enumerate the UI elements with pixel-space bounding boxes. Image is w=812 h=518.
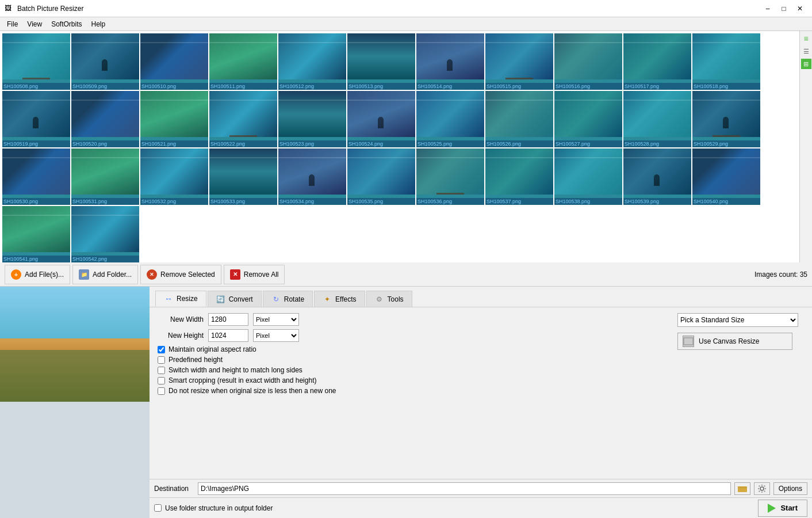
image-thumb-4[interactable]: SH100512.png	[278, 33, 346, 90]
resize-tab-icon: ↔	[164, 294, 173, 303]
add-folder-button[interactable]: 📁 Add Folder...	[72, 265, 138, 284]
effects-tab-icon: ✦	[323, 295, 332, 304]
thumb-label-20: SH100528.png	[623, 140, 691, 147]
image-thumb-20[interactable]: SH100528.png	[623, 91, 691, 147]
image-thumb-3[interactable]: SH100511.png	[209, 33, 277, 90]
thumb-label-2: SH100510.png	[140, 83, 208, 90]
thumb-label-13: SH100521.png	[140, 140, 208, 147]
image-thumb-24[interactable]: SH100532.png	[140, 148, 208, 205]
maintain-aspect-label: Maintain original aspect ratio	[168, 345, 256, 353]
image-thumb-21[interactable]: SH100529.png	[692, 91, 760, 147]
image-thumb-34[interactable]: SH100542.png	[71, 206, 139, 262]
minimize-button[interactable]: –	[760, 3, 775, 14]
view-grid-icon[interactable]: ⊞	[801, 59, 811, 69]
tab-convert[interactable]: 🔄 Convert	[208, 291, 262, 307]
thumb-label-18: SH100526.png	[485, 140, 553, 147]
tab-resize[interactable]: ↔ Resize	[155, 291, 206, 307]
thumb-label-11: SH100519.png	[2, 140, 70, 147]
width-unit-select[interactable]: Pixel Percent cm inch	[253, 313, 299, 326]
standard-size-select[interactable]: Pick a Standard Size	[677, 313, 798, 327]
image-thumb-14[interactable]: SH100522.png	[209, 91, 277, 147]
image-thumb-8[interactable]: SH100516.png	[554, 33, 622, 90]
tab-tools[interactable]: ⚙ Tools	[366, 291, 412, 307]
smart-crop-checkbox[interactable]	[158, 377, 165, 384]
start-button[interactable]: Start	[758, 500, 807, 517]
height-unit-select[interactable]: Pixel Percent cm inch	[253, 329, 299, 342]
remove-selected-label: Remove Selected	[160, 271, 215, 279]
no-resize-smaller-row: Do not resize when original size is less…	[158, 387, 666, 395]
image-thumb-31[interactable]: SH100539.png	[623, 148, 691, 205]
image-thumb-12[interactable]: SH100520.png	[71, 91, 139, 147]
add-files-button[interactable]: + Add File(s)...	[5, 265, 70, 284]
image-thumb-0[interactable]: SH100508.png	[2, 33, 70, 90]
predefined-height-checkbox[interactable]	[158, 356, 165, 364]
no-resize-smaller-checkbox[interactable]	[158, 387, 165, 395]
image-thumb-32[interactable]: SH100540.png	[692, 148, 760, 205]
image-thumb-7[interactable]: SH100515.png	[485, 33, 553, 90]
thumb-label-17: SH100525.png	[416, 140, 484, 147]
image-thumb-1[interactable]: SH100509.png	[71, 33, 139, 90]
maintain-aspect-checkbox[interactable]	[158, 346, 165, 353]
settings-button[interactable]	[754, 482, 770, 495]
thumb-label-16: SH100524.png	[347, 140, 415, 147]
image-thumb-11[interactable]: SH100519.png	[2, 91, 70, 147]
image-thumb-27[interactable]: SH100535.png	[347, 148, 415, 205]
resize-options: New Width Pixel Percent cm inch New Heig…	[150, 307, 812, 403]
destination-input[interactable]	[198, 482, 731, 495]
view-icon1[interactable]: ≡	[801, 33, 811, 44]
thumb-label-19: SH100527.png	[554, 140, 622, 147]
width-input[interactable]	[208, 313, 248, 326]
view-list-icon[interactable]: ☰	[801, 46, 811, 56]
remove-all-button[interactable]: ✕ Remove All	[224, 265, 285, 284]
thumb-label-26: SH100534.png	[278, 198, 346, 205]
menu-view[interactable]: View	[22, 19, 47, 29]
image-thumb-28[interactable]: SH100536.png	[416, 148, 484, 205]
image-thumb-22[interactable]: SH100530.png	[2, 148, 70, 205]
image-thumb-23[interactable]: SH100531.png	[71, 148, 139, 205]
image-thumb-29[interactable]: SH100537.png	[485, 148, 553, 205]
destination-folder-button[interactable]	[734, 482, 750, 495]
close-button[interactable]: ✕	[792, 3, 807, 14]
image-thumb-26[interactable]: SH100534.png	[278, 148, 346, 205]
thumb-label-14: SH100522.png	[209, 140, 277, 147]
remove-selected-button[interactable]: ✕ Remove Selected	[140, 265, 221, 284]
maximize-button[interactable]: □	[776, 3, 791, 14]
image-thumb-10[interactable]: SH100518.png	[692, 33, 760, 90]
switch-wh-checkbox[interactable]	[158, 367, 165, 374]
menu-file[interactable]: File	[2, 19, 22, 29]
image-thumb-25[interactable]: SH100533.png	[209, 148, 277, 205]
image-thumb-18[interactable]: SH100526.png	[485, 91, 553, 147]
canvas-resize-button[interactable]: Use Canvas Resize	[677, 333, 792, 350]
image-thumb-33[interactable]: SH100541.png	[2, 206, 70, 262]
image-thumb-5[interactable]: SH100513.png	[347, 33, 415, 90]
tab-effects[interactable]: ✦ Effects	[314, 291, 365, 307]
thumb-label-8: SH100516.png	[554, 83, 622, 90]
image-thumb-19[interactable]: SH100527.png	[554, 91, 622, 147]
image-thumb-30[interactable]: SH100538.png	[554, 148, 622, 205]
right-panel: ↔ Resize 🔄 Convert ↻ Rotate ✦ Effects ⚙	[150, 287, 812, 518]
thumb-label-7: SH100515.png	[485, 83, 553, 90]
add-files-label: Add File(s)...	[25, 271, 64, 279]
image-thumb-16[interactable]: SH100524.png	[347, 91, 415, 147]
settings-icon	[758, 485, 766, 493]
svg-point-10	[764, 490, 765, 492]
thumb-label-3: SH100511.png	[209, 83, 277, 90]
height-input[interactable]	[208, 329, 248, 342]
options-button[interactable]: Options	[773, 482, 807, 495]
image-thumb-6[interactable]: SH100514.png	[416, 33, 484, 90]
thumb-label-30: SH100538.png	[554, 198, 622, 205]
menu-help[interactable]: Help	[87, 19, 110, 29]
image-thumb-9[interactable]: SH100517.png	[623, 33, 691, 90]
image-thumb-13[interactable]: SH100521.png	[140, 91, 208, 147]
image-grid-container[interactable]: SH100508.pngSH100509.pngSH100510.pngSH10…	[0, 31, 812, 262]
image-thumb-2[interactable]: SH100510.png	[140, 33, 208, 90]
image-thumb-17[interactable]: SH100525.png	[416, 91, 484, 147]
folder-structure-checkbox[interactable]	[154, 504, 162, 512]
tab-rotate[interactable]: ↻ Rotate	[263, 291, 313, 307]
menu-softorbits[interactable]: SoftOrbits	[47, 19, 86, 29]
thumb-label-27: SH100535.png	[347, 198, 415, 205]
preview-panel	[0, 287, 150, 518]
add-folder-label: Add Folder...	[93, 271, 132, 279]
title-bar: 🖼 Batch Picture Resizer – □ ✕	[0, 0, 812, 17]
image-thumb-15[interactable]: SH100523.png	[278, 91, 346, 147]
